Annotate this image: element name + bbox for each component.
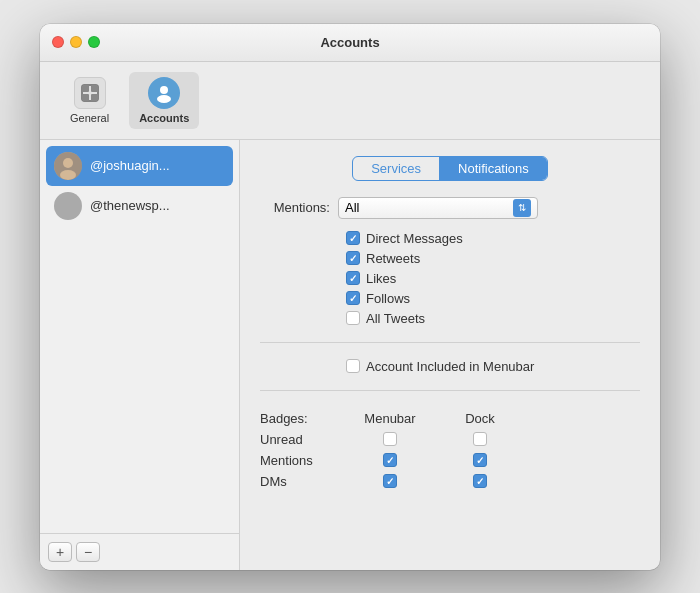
checkbox-direct-messages[interactable]: Direct Messages xyxy=(346,231,640,246)
badge-dms-menubar-input[interactable] xyxy=(383,474,397,488)
remove-account-button[interactable]: − xyxy=(76,542,100,562)
mentions-row: Mentions: All ⇅ xyxy=(260,197,640,219)
badges-label: Badges: xyxy=(260,411,340,426)
sidebar: @joshuagin... @thenewsp... + − xyxy=(40,140,240,570)
toolbar: General Accounts xyxy=(40,62,660,140)
tab-group: Services Notifications xyxy=(352,156,548,181)
badge-mentions-dock[interactable] xyxy=(440,453,520,467)
menubar-row[interactable]: Account Included in Menubar xyxy=(260,359,640,374)
add-account-button[interactable]: + xyxy=(48,542,72,562)
badges-row-unread: Unread xyxy=(260,432,640,447)
sidebar-item-josh[interactable]: @joshuagin... xyxy=(46,146,233,186)
minimize-button[interactable] xyxy=(70,36,82,48)
sidebar-footer: + − xyxy=(40,533,239,570)
svg-rect-2 xyxy=(91,85,98,92)
account-name-josh: @joshuagin... xyxy=(90,158,170,173)
menubar-checkbox-label: Account Included in Menubar xyxy=(366,359,534,374)
badge-mentions-menubar-input[interactable] xyxy=(383,453,397,467)
checkbox-likes-label: Likes xyxy=(366,271,396,286)
toolbar-item-general[interactable]: General xyxy=(60,72,119,129)
traffic-lights xyxy=(52,36,100,48)
badge-dms-dock[interactable] xyxy=(440,474,520,488)
main-window: Accounts General Accou xyxy=(40,24,660,570)
menubar-checkbox-input[interactable] xyxy=(346,359,360,373)
content-area: @joshuagin... @thenewsp... + − Services … xyxy=(40,140,660,570)
badge-unread-dock[interactable] xyxy=(440,432,520,446)
svg-point-6 xyxy=(157,95,171,103)
maximize-button[interactable] xyxy=(88,36,100,48)
badge-unread-label: Unread xyxy=(260,432,340,447)
badges-row-dms: DMs xyxy=(260,474,640,489)
badges-header: Badges: Menubar Dock xyxy=(260,411,640,426)
titlebar: Accounts xyxy=(40,24,660,62)
checkbox-retweets[interactable]: Retweets xyxy=(346,251,640,266)
select-arrow-icon: ⇅ xyxy=(513,199,531,217)
svg-point-5 xyxy=(160,86,168,94)
notification-checkboxes: Direct Messages Retweets Likes Follows A xyxy=(260,231,640,326)
svg-point-8 xyxy=(63,158,73,168)
badge-unread-menubar[interactable] xyxy=(340,432,440,446)
main-panel: Services Notifications Mentions: All ⇅ D… xyxy=(240,140,660,570)
badges-section: Badges: Menubar Dock Unread Mentions xyxy=(260,411,640,489)
mentions-label: Mentions: xyxy=(260,200,330,215)
checkbox-retweets-input[interactable] xyxy=(346,251,360,265)
window-title: Accounts xyxy=(320,35,379,50)
divider-1 xyxy=(260,342,640,343)
checkbox-direct-messages-label: Direct Messages xyxy=(366,231,463,246)
checkbox-likes[interactable]: Likes xyxy=(346,271,640,286)
mentions-value: All xyxy=(345,200,513,215)
badge-dms-label: DMs xyxy=(260,474,340,489)
checkbox-all-tweets[interactable]: All Tweets xyxy=(346,311,640,326)
badge-dms-dock-input[interactable] xyxy=(473,474,487,488)
checkbox-follows[interactable]: Follows xyxy=(346,291,640,306)
badge-unread-menubar-input[interactable] xyxy=(383,432,397,446)
svg-rect-4 xyxy=(91,94,98,101)
avatar-news xyxy=(54,192,82,220)
accounts-icon xyxy=(148,77,180,109)
accounts-list: @joshuagin... @thenewsp... xyxy=(40,140,239,533)
checkbox-follows-label: Follows xyxy=(366,291,410,306)
badge-dms-menubar[interactable] xyxy=(340,474,440,488)
badge-unread-dock-input[interactable] xyxy=(473,432,487,446)
badge-mentions-dock-input[interactable] xyxy=(473,453,487,467)
badges-col-dock: Dock xyxy=(440,411,520,426)
checkbox-likes-input[interactable] xyxy=(346,271,360,285)
checkbox-direct-messages-input[interactable] xyxy=(346,231,360,245)
accounts-label: Accounts xyxy=(139,112,189,124)
svg-rect-3 xyxy=(82,94,89,101)
toolbar-item-accounts[interactable]: Accounts xyxy=(129,72,199,129)
tab-notifications[interactable]: Notifications xyxy=(440,157,547,180)
divider-2 xyxy=(260,390,640,391)
svg-point-9 xyxy=(60,170,76,180)
general-icon xyxy=(74,77,106,109)
tab-services[interactable]: Services xyxy=(353,157,439,180)
checkbox-follows-input[interactable] xyxy=(346,291,360,305)
general-label: General xyxy=(70,112,109,124)
svg-rect-1 xyxy=(82,85,89,92)
mentions-select[interactable]: All ⇅ xyxy=(338,197,538,219)
avatar-josh xyxy=(54,152,82,180)
badge-mentions-label: Mentions xyxy=(260,453,340,468)
sidebar-item-news[interactable]: @thenewsp... xyxy=(46,186,233,226)
close-button[interactable] xyxy=(52,36,64,48)
checkbox-all-tweets-label: All Tweets xyxy=(366,311,425,326)
checkbox-all-tweets-input[interactable] xyxy=(346,311,360,325)
account-name-news: @thenewsp... xyxy=(90,198,170,213)
badges-row-mentions: Mentions xyxy=(260,453,640,468)
badge-mentions-menubar[interactable] xyxy=(340,453,440,467)
badges-col-menubar: Menubar xyxy=(340,411,440,426)
checkbox-retweets-label: Retweets xyxy=(366,251,420,266)
tab-bar: Services Notifications xyxy=(260,156,640,181)
